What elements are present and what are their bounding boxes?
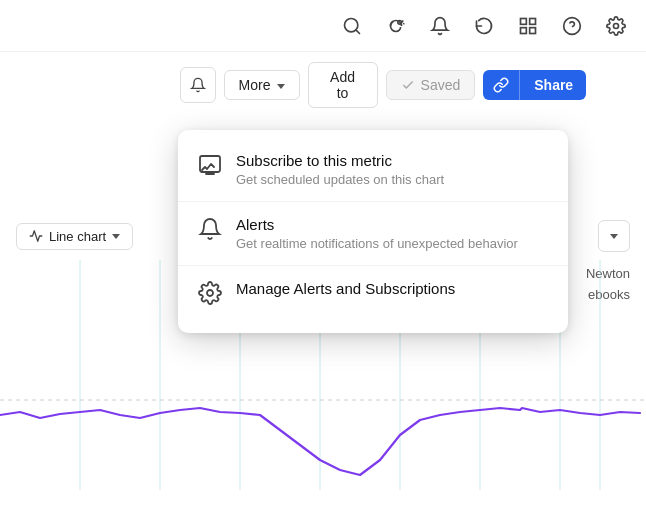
manage-menu-item[interactable]: Manage Alerts and Subscriptions bbox=[178, 266, 568, 325]
subscribe-menu-item[interactable]: Subscribe to this metric Get scheduled u… bbox=[178, 138, 568, 202]
settings-icon[interactable] bbox=[602, 12, 630, 40]
share-label: Share bbox=[534, 77, 573, 93]
snail-icon[interactable] bbox=[382, 12, 410, 40]
svg-rect-4 bbox=[530, 18, 536, 24]
alerts-content: Alerts Get realtime notifications of une… bbox=[236, 216, 518, 251]
alerts-menu-item[interactable]: Alerts Get realtime notifications of une… bbox=[178, 202, 568, 266]
manage-content: Manage Alerts and Subscriptions bbox=[236, 280, 455, 297]
top-nav bbox=[0, 0, 646, 52]
svg-line-1 bbox=[356, 29, 360, 33]
manage-title: Manage Alerts and Subscriptions bbox=[236, 280, 455, 297]
add-to-label: Add to bbox=[330, 69, 355, 101]
search-icon[interactable] bbox=[338, 12, 366, 40]
subscribe-title: Subscribe to this metric bbox=[236, 152, 444, 169]
subscribe-content: Subscribe to this metric Get scheduled u… bbox=[236, 152, 444, 187]
chart-type-label: Line chart bbox=[49, 229, 106, 244]
share-link-icon-button[interactable] bbox=[483, 70, 520, 100]
saved-button: Saved bbox=[386, 70, 476, 100]
more-dropdown: Subscribe to this metric Get scheduled u… bbox=[178, 130, 568, 333]
subscribe-desc: Get scheduled updates on this chart bbox=[236, 172, 444, 187]
help-icon[interactable] bbox=[558, 12, 586, 40]
manage-icon bbox=[198, 281, 222, 311]
line-chart-button[interactable]: Line chart bbox=[16, 223, 133, 250]
grid-icon[interactable] bbox=[514, 12, 542, 40]
svg-point-9 bbox=[614, 23, 619, 28]
more-label: More bbox=[239, 77, 271, 93]
svg-point-13 bbox=[207, 290, 213, 296]
alerts-title: Alerts bbox=[236, 216, 518, 233]
svg-rect-3 bbox=[521, 18, 527, 24]
chevron-down-icon bbox=[277, 77, 285, 93]
share-button[interactable]: Share bbox=[483, 70, 586, 100]
chart-dropdown-button[interactable] bbox=[598, 220, 630, 252]
bell-icon[interactable] bbox=[426, 12, 454, 40]
bell-button[interactable] bbox=[180, 67, 216, 103]
saved-label: Saved bbox=[421, 77, 461, 93]
alerts-icon bbox=[198, 217, 222, 247]
svg-rect-5 bbox=[521, 27, 527, 33]
add-to-button[interactable]: Add to bbox=[308, 62, 378, 108]
chart-toolbar: More Add to Saved Share bbox=[0, 52, 646, 118]
svg-rect-6 bbox=[530, 27, 536, 33]
subscribe-icon bbox=[198, 153, 222, 183]
share-text-button[interactable]: Share bbox=[520, 70, 586, 100]
alerts-desc: Get realtime notifications of unexpected… bbox=[236, 236, 518, 251]
more-button[interactable]: More bbox=[224, 70, 300, 100]
undo-icon[interactable] bbox=[470, 12, 498, 40]
